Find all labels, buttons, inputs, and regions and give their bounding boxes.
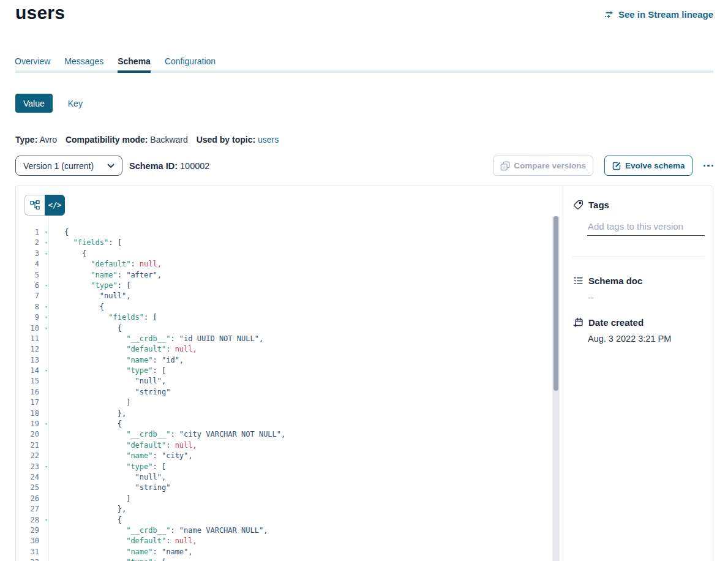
line-number: 4 (16, 259, 39, 269)
line-number: 14 (16, 366, 39, 376)
tab-overview[interactable]: Overview (15, 56, 50, 73)
code-line: 16 "string" (16, 387, 552, 397)
fold-spacer (39, 451, 50, 461)
code-line: 4 "default": null, (16, 259, 552, 269)
version-select[interactable]: Version 1 (current) (15, 156, 122, 176)
code-line: 23▾ "type": [ (16, 462, 552, 472)
evolve-schema-button[interactable]: Evolve schema (604, 156, 692, 176)
code-text: { (50, 323, 122, 334)
more-actions-button[interactable] (704, 156, 714, 176)
code-line: 9▾ "fields": [ (16, 312, 552, 323)
fold-arrow-icon[interactable]: ▾ (39, 462, 50, 472)
code-line: 6▾ "type": [ (16, 280, 552, 291)
value-toggle-button[interactable]: Value (15, 94, 53, 113)
code-line: 13 "name": "id", (16, 355, 552, 366)
calendar-add-icon (573, 317, 584, 328)
type-label: Type: (15, 135, 37, 145)
versions-icon (500, 161, 510, 171)
line-number: 15 (16, 376, 39, 386)
code-line: 26 ] (16, 494, 552, 504)
fold-spacer (39, 334, 50, 344)
fold-spacer (39, 409, 50, 419)
tree-view-button[interactable] (24, 195, 45, 216)
line-number: 26 (16, 494, 39, 504)
fold-spacer (39, 494, 50, 504)
fold-arrow-icon[interactable]: ▾ (39, 366, 50, 376)
fold-arrow-icon[interactable]: ▾ (39, 280, 50, 291)
code-text: "__crdb__": "name VARCHAR NULL", (50, 525, 268, 536)
topic-label: Used by topic: (197, 135, 255, 145)
line-number: 10 (16, 323, 39, 334)
schema-doc-icon (573, 276, 584, 286)
code-line: 1▾{ (16, 227, 552, 238)
schema-doc-value: -- (588, 293, 594, 303)
tab-configuration[interactable]: Configuration (165, 56, 216, 73)
tab-messages[interactable]: Messages (64, 56, 103, 73)
line-number: 9 (16, 312, 39, 323)
tab-schema[interactable]: Schema (118, 56, 151, 73)
code-view-icon: </> (48, 201, 62, 209)
line-number: 27 (16, 504, 39, 514)
line-number: 18 (16, 409, 39, 419)
line-number: 19 (16, 419, 39, 429)
compat-label: Compatibility mode: (66, 135, 148, 145)
tab-bar: OverviewMessagesSchemaConfiguration (15, 56, 216, 73)
line-number: 1 (16, 227, 39, 238)
line-number: 22 (16, 451, 39, 461)
fold-spacer (39, 536, 50, 546)
fold-spacer (39, 291, 50, 301)
fold-arrow-icon[interactable]: ▾ (39, 312, 50, 323)
compare-versions-button[interactable]: Compare versions (493, 156, 593, 176)
fold-spacer (39, 355, 50, 366)
code-text: "type": [ (50, 557, 166, 561)
fold-arrow-icon[interactable]: ▾ (39, 515, 50, 525)
code-line: 8▾ { (16, 302, 552, 312)
code-text: "fields": [ (50, 312, 157, 323)
code-line: 27 }, (16, 504, 552, 514)
fold-arrow-icon[interactable]: ▾ (39, 557, 50, 561)
line-number: 7 (16, 291, 39, 301)
fold-arrow-icon[interactable]: ▾ (39, 249, 50, 259)
code-text: "type": [ (50, 366, 166, 376)
code-line: 14▾ "type": [ (16, 366, 552, 376)
fold-spacer (39, 387, 50, 397)
fold-arrow-icon[interactable]: ▾ (39, 227, 50, 238)
line-number: 2 (16, 238, 39, 248)
line-number: 30 (16, 536, 39, 546)
fold-spacer (39, 440, 50, 451)
fold-spacer (39, 376, 50, 386)
scrollbar-thumb[interactable] (554, 216, 558, 391)
fold-spacer (39, 525, 50, 536)
code-line: 31 "name": "name", (16, 547, 552, 557)
code-text: "null", (50, 291, 130, 301)
line-number: 21 (16, 440, 39, 451)
code-line: 18 }, (16, 409, 552, 419)
stream-lineage-link[interactable]: See in Stream lineage (604, 9, 713, 20)
line-number: 3 (16, 249, 39, 259)
fold-arrow-icon[interactable]: ▾ (39, 302, 50, 312)
key-toggle-button[interactable]: Key (68, 99, 83, 108)
code-text: "name": "name", (50, 547, 193, 557)
code-line: 11 "__crdb__": "id UUID NOT NULL", (16, 334, 552, 344)
fold-arrow-icon[interactable]: ▾ (39, 323, 50, 334)
fold-arrow-icon[interactable]: ▾ (39, 419, 50, 429)
code-text: "string" (50, 387, 170, 397)
tags-input[interactable]: Add tags to this version (588, 221, 683, 232)
code-text: { (50, 227, 69, 238)
line-number: 28 (16, 515, 39, 525)
code-text: { (50, 249, 86, 259)
line-number: 29 (16, 525, 39, 536)
code-line: 3▾ { (16, 249, 552, 259)
fold-arrow-icon[interactable]: ▾ (39, 238, 50, 248)
topic-link[interactable]: users (258, 135, 279, 145)
code-view-button[interactable]: </> (45, 195, 65, 216)
code-editor[interactable]: 1▾{2▾ "fields": [3▾ {4 "default": null,5… (16, 216, 552, 561)
fold-spacer (39, 547, 50, 557)
code-line: 10▾ { (16, 323, 552, 334)
code-line: 15 "null", (16, 376, 552, 386)
fold-spacer (39, 472, 50, 483)
tags-heading: Tags (588, 200, 609, 210)
line-number: 31 (16, 547, 39, 557)
compat-value: Backward (150, 135, 187, 145)
code-line: 24 "null", (16, 472, 552, 483)
